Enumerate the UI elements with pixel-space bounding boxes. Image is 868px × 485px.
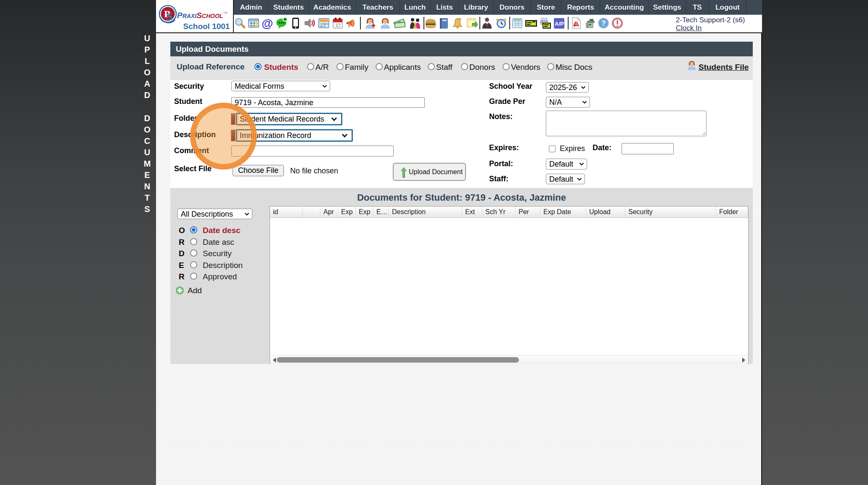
svg-text:A/P: A/P [555,21,564,27]
svg-text:17: 17 [336,23,341,28]
svg-text:@: @ [262,17,273,29]
svg-text:S: S [167,11,172,23]
svg-text:?: ? [601,19,606,27]
